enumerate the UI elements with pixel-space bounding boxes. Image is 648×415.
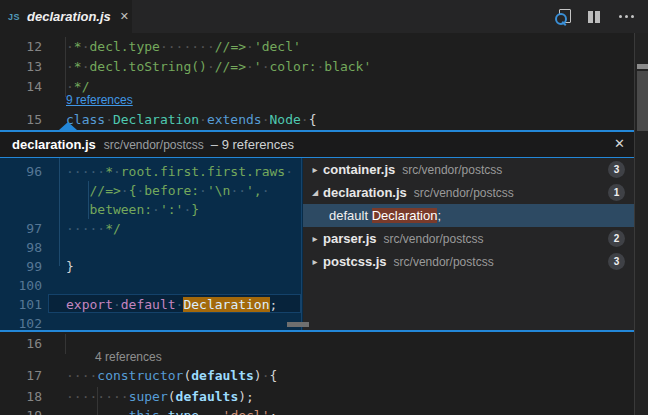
file-path: src/vendor/postcss	[394, 255, 494, 269]
js-language-icon: JS	[8, 12, 20, 22]
twistie-collapsed-icon[interactable]: ▸	[307, 233, 323, 244]
line-number: 17	[0, 366, 42, 386]
horizontal-scrollbar-thumb[interactable]	[287, 322, 309, 327]
reference-count-badge: 2	[608, 230, 625, 247]
reference-row[interactable]: default Declaration;	[303, 204, 634, 227]
line-number: 18	[0, 387, 42, 407]
codelens-references-link[interactable]: 9 references	[66, 93, 133, 107]
file-row-declaration-js[interactable]: ◢declaration.jssrc/vendor/postcss1	[303, 181, 634, 204]
reference-count-badge: 3	[608, 161, 625, 178]
peek-arrow	[59, 122, 77, 130]
tab-bar: JS declaration.js ✕	[0, 0, 648, 33]
file-row-postcss-js[interactable]: ▸postcss.jssrc/vendor/postcss3	[303, 250, 634, 273]
twistie-expanded-icon[interactable]: ◢	[307, 188, 323, 197]
overview-ruler	[301, 158, 302, 330]
twistie-collapsed-icon[interactable]: ▸	[307, 256, 323, 267]
scrollbar-thumb[interactable]	[637, 71, 648, 131]
reference-count-badge: 3	[608, 253, 625, 270]
file-path: src/vendor/postcss	[402, 163, 502, 177]
editor-scrollbar[interactable]	[634, 33, 648, 415]
peek-border	[0, 330, 634, 332]
references-list[interactable]: ▸container.jssrc/vendor/postcss3◢declara…	[303, 158, 634, 330]
reference-count-badge: 1	[608, 184, 625, 201]
tab-close-icon[interactable]: ✕	[120, 10, 129, 23]
split-editor-icon[interactable]	[588, 11, 602, 23]
line-number: 16	[0, 334, 42, 354]
twistie-collapsed-icon[interactable]: ▸	[307, 164, 323, 175]
code-line-18: 18········super(defaults);	[0, 387, 634, 407]
peek-title-meta: – 9 references	[211, 137, 294, 152]
file-name: container.js	[323, 162, 395, 177]
overview-match-marker	[637, 64, 648, 69]
file-name: parser.js	[323, 231, 377, 246]
peek-title-file: declaration.js	[12, 137, 96, 152]
peek-title-path: src/vendor/postcss	[104, 138, 204, 152]
file-name: postcss.js	[323, 254, 387, 269]
find-references-icon[interactable]	[555, 9, 571, 25]
file-row-container-js[interactable]: ▸container.jssrc/vendor/postcss3	[303, 158, 634, 181]
vscode-editor-window: 12·*·decl.type·······//=>·'decl'13·*·dec…	[0, 0, 648, 415]
code-line-19: 19········this.type·=·'decl';	[0, 406, 634, 415]
reference-text: default Declaration;	[329, 208, 441, 223]
peek-header: declaration.js src/vendor/postcss – 9 re…	[0, 130, 634, 158]
file-name: declaration.js	[323, 185, 407, 200]
file-path: src/vendor/postcss	[384, 232, 484, 246]
tab-title: declaration.js	[27, 9, 111, 24]
editor-actions	[555, 0, 634, 33]
line-number: 19	[0, 406, 42, 415]
tab-declaration-js[interactable]: JS declaration.js ✕	[0, 0, 132, 33]
code-line-17: 17····constructor(defaults)·{	[0, 366, 634, 386]
codelens-references-label[interactable]: 4 references	[95, 350, 162, 364]
file-path: src/vendor/postcss	[414, 186, 514, 200]
file-row-parser-js[interactable]: ▸parser.jssrc/vendor/postcss2	[303, 227, 634, 250]
more-actions-icon[interactable]	[619, 0, 634, 33]
match-highlight: Declaration	[372, 208, 438, 223]
peek-close-icon[interactable]: ✕	[614, 136, 625, 151]
